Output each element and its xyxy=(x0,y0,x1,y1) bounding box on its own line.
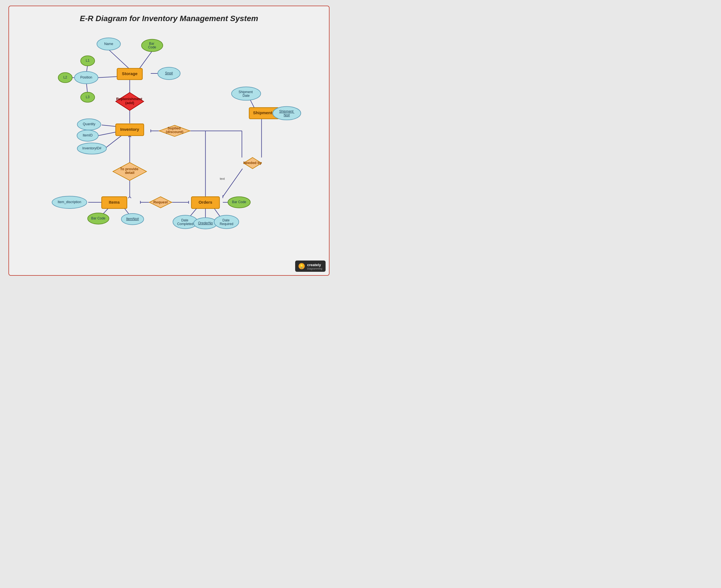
entity-items-label: Items xyxy=(109,200,120,205)
rel-neededby-label: Needed by xyxy=(243,161,262,165)
entity-inventory-label: Inventory xyxy=(120,127,139,132)
line-inv-inventoryid xyxy=(106,134,124,148)
creately-logo: 💡 creately Diagramming xyxy=(295,260,325,272)
text-label: text xyxy=(220,177,225,180)
attr-l3-label: L3 xyxy=(86,95,90,99)
diagram-container: E-R Diagram for Inventory Management Sys… xyxy=(8,6,329,276)
attr-quantity-label: Quantity xyxy=(83,122,95,126)
attr-orderno-label: OrederNo xyxy=(198,221,213,225)
attr-sno-label: Sno# xyxy=(165,71,173,75)
attr-itemdesc-label: Item_discription xyxy=(58,200,81,204)
entity-storage-label: Storage xyxy=(122,71,138,76)
entity-shipments-label: Shipments xyxy=(253,110,274,115)
attr-itemid-label: ItemID xyxy=(83,133,93,137)
rel-request-label: Request xyxy=(154,200,168,204)
attr-barcode3-label: Bar Code xyxy=(91,216,106,220)
entity-orders-label: Orders xyxy=(199,200,212,205)
crow6 xyxy=(130,197,131,198)
attr-position-label: Position xyxy=(80,76,92,79)
attr-itemno-label: ItemNo# xyxy=(126,217,139,221)
attr-name-label: Name xyxy=(104,42,113,46)
line-storage-name xyxy=(109,49,130,69)
rel-supplied-label: Suplied (discount) xyxy=(166,126,184,134)
creately-logo-text: creately Diagramming xyxy=(307,262,322,270)
creately-logo-icon: 💡 xyxy=(299,263,305,269)
line-storage-barcode xyxy=(139,51,152,68)
crow5 xyxy=(128,197,130,198)
er-diagram-svg: text Storage Inventory Items xyxy=(9,6,329,275)
line-orders-neededby xyxy=(223,169,242,197)
attr-l2-label: L2 xyxy=(63,76,67,79)
attr-barcode4-label: Bar Code xyxy=(232,200,246,204)
attr-inventoryid-label: InventoryID# xyxy=(82,146,101,150)
attr-barcode1-label: Bar Code xyxy=(148,42,156,49)
attr-l1-label: L1 xyxy=(86,59,90,62)
